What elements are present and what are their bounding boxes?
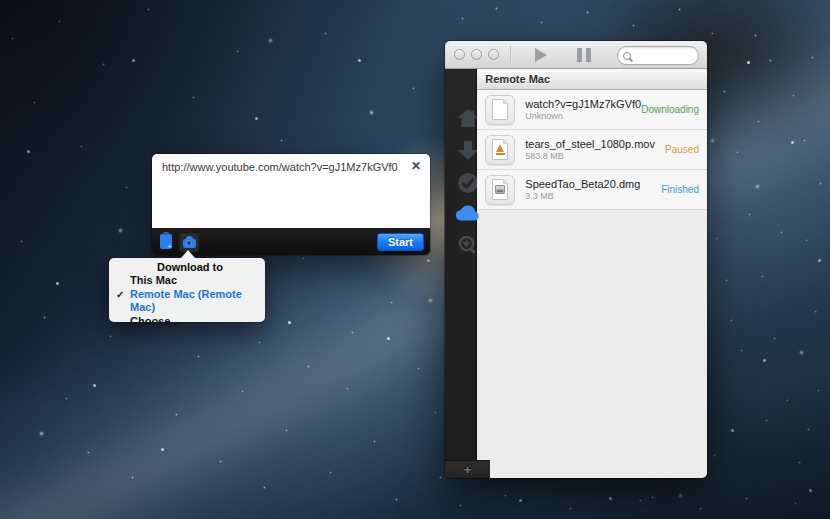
window-zoom-button[interactable]: [488, 49, 499, 60]
download-size: Unknown: [525, 111, 641, 122]
download-list-pane: Remote Mac watch?v=gJ1Mz7kGVf0 Unknown D…: [477, 69, 707, 478]
pause-icon[interactable]: [577, 48, 591, 62]
download-size: 3.3 MB: [525, 191, 661, 202]
window-close-button[interactable]: [454, 49, 465, 60]
download-title: tears_of_steel_1080p.mov: [525, 138, 665, 151]
url-input[interactable]: http://www.youtube.com/watch?v=gJ1Mz7kGV…: [152, 154, 430, 228]
menu-title: Download to: [109, 261, 265, 274]
video-file-icon: [492, 139, 508, 160]
download-destination-button[interactable]: [179, 232, 199, 252]
checkmark-icon: ✓: [116, 288, 124, 302]
download-row[interactable]: watch?v=gJ1Mz7kGVf0 Unknown Downloading: [477, 90, 707, 130]
close-icon[interactable]: ✕: [411, 159, 421, 173]
menu-anchor-arrow: [181, 250, 195, 258]
list-header: Remote Mac: [477, 69, 707, 90]
download-row[interactable]: SpeedTao_Beta20.dmg 3.3 MB Finished: [477, 170, 707, 210]
menu-item-choose[interactable]: Choose...: [109, 315, 265, 329]
start-button[interactable]: Start: [377, 233, 424, 251]
search-download-icon: [458, 235, 478, 255]
check-circle-icon: [457, 172, 479, 194]
resume-icon[interactable]: [535, 48, 547, 62]
search-field[interactable]: [617, 46, 699, 65]
titlebar-divider: [510, 46, 511, 63]
remote-device-icon: [183, 236, 196, 248]
paste-clipboard-icon[interactable]: [160, 234, 172, 249]
download-row[interactable]: tears_of_steel_1080p.mov 583.8 MB Paused: [477, 130, 707, 170]
download-title: watch?v=gJ1Mz7kGVf0: [525, 98, 641, 111]
add-download-bar[interactable]: +: [445, 460, 490, 478]
url-text[interactable]: http://www.youtube.com/watch?v=gJ1Mz7kGV…: [162, 161, 404, 174]
window-minimize-button[interactable]: [471, 49, 482, 60]
generic-file-icon: [492, 99, 508, 120]
download-to-menu: Download to This Mac ✓ Remote Mac (Remot…: [109, 258, 265, 322]
download-manager-window: + Remote Mac watch?v=gJ1Mz7kGVf0 Unknown…: [445, 41, 707, 478]
menu-item-remote-mac[interactable]: ✓ Remote Mac (Remote Mac): [109, 288, 265, 315]
download-status: Paused: [665, 144, 699, 155]
sidebar-item-search[interactable]: [445, 235, 490, 255]
search-icon: [623, 52, 631, 60]
download-status: Finished: [661, 184, 699, 195]
sidebar: +: [445, 69, 477, 478]
download-size: 583.8 MB: [525, 151, 665, 162]
add-download-button[interactable]: +: [464, 463, 472, 477]
home-icon: [457, 108, 479, 128]
titlebar[interactable]: [445, 41, 707, 69]
download-status: Downloading: [641, 104, 699, 115]
download-title: SpeedTao_Beta20.dmg: [525, 178, 661, 191]
desktop: + Remote Mac watch?v=gJ1Mz7kGVf0 Unknown…: [0, 0, 830, 519]
add-url-dialog: http://www.youtube.com/watch?v=gJ1Mz7kGV…: [152, 154, 430, 255]
search-input[interactable]: [631, 48, 698, 63]
disk-image-file-icon: [492, 179, 508, 200]
download-arrow-icon: [457, 141, 479, 161]
menu-item-this-mac[interactable]: This Mac: [109, 274, 265, 288]
